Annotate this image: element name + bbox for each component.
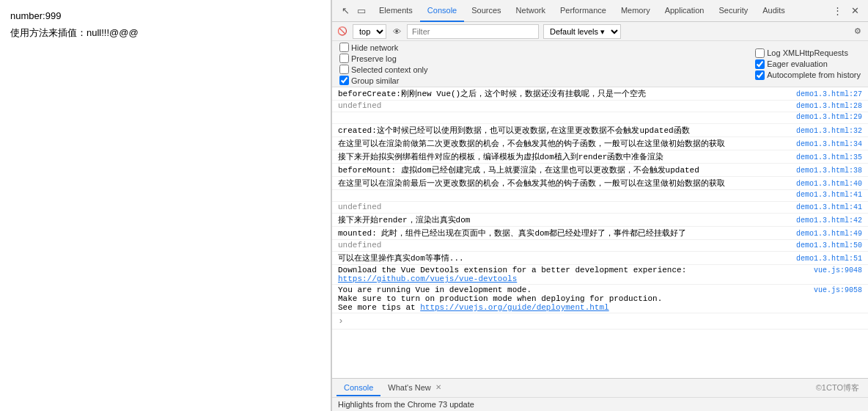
settings-icon[interactable] [852, 26, 864, 37]
page-content: number:999 使用方法来插值：null!!!@@@ [10, 7, 320, 42]
tab-console[interactable]: Console [420, 0, 464, 22]
link-4[interactable]: demo1.3.html:32 [796, 127, 868, 135]
link-8[interactable]: demo1.3.html:40 [796, 180, 868, 188]
inspect-icon[interactable]: ↖ [338, 4, 353, 18]
bottom-tab-console[interactable]: Console [336, 380, 380, 396]
bottom-tab-whatsnew[interactable]: What's New ✕ [380, 380, 448, 396]
group-similar-option[interactable]: Group similar [339, 76, 428, 85]
devtools-icons-left: ↖ ▭ [335, 4, 372, 18]
tab-sources[interactable]: Sources [464, 0, 508, 22]
console-line-undef1: undefined demo1.3.html:28 [332, 101, 868, 112]
group-similar-checkbox[interactable] [339, 76, 349, 85]
autocomplete-checkbox[interactable] [755, 70, 765, 80]
link-15[interactable]: vue.js:9048 [814, 266, 868, 274]
devtools-panel: ↖ ▭ Elements Console Sources Network Per… [331, 0, 868, 411]
console-line-devtools-dl: Download the Vue Devtools extension for … [332, 265, 868, 285]
filter-input[interactable] [407, 24, 539, 39]
context-select[interactable]: top [353, 24, 386, 39]
console-line-mounted: mounted: 此时，组件已经出现在页面中，数据、真实dom都已经处理好了，事… [332, 227, 868, 240]
link-16[interactable]: vue.js:9058 [814, 286, 868, 294]
console-line-beforemount: 接下来开始拟实例绑着组件对应的模板，编译模板为虚拟dom植入到render函数中… [332, 150, 868, 164]
console-line-undef3: undefined demo1.3.html:50 [332, 240, 868, 252]
link-13[interactable]: demo1.3.html:50 [796, 241, 868, 250]
link-14[interactable]: demo1.3.html:51 [796, 255, 868, 263]
console-line-dom-ops: 可以在这里操作真实dom等事情... demo1.3.html:51 [332, 252, 868, 265]
console-toolbar-left: 🚫 top 👁 Default levels ▾ [336, 24, 621, 39]
preserve-log-checkbox[interactable] [339, 54, 349, 63]
more-options-icon[interactable]: ⋮ [830, 4, 845, 18]
eye-icon[interactable]: 👁 [391, 26, 402, 37]
clear-console-icon[interactable]: 🚫 [336, 26, 348, 37]
log-xmlhttp-checkbox[interactable] [755, 48, 765, 58]
tab-elements[interactable]: Elements [372, 0, 420, 22]
tab-network[interactable]: Network [509, 0, 553, 22]
console-line-created2: 在这里可以在渲染前做第二次更改数据的机会，不会触发其他的钩子函数，一般可以在这里… [332, 137, 868, 150]
options-right: Log XMLHttpRequests Eager evaluation Aut… [755, 48, 861, 80]
bottom-bar: Highlights from the Chrome 73 update [332, 397, 868, 411]
tab-audits[interactable]: Audits [755, 0, 792, 22]
close-devtools-icon[interactable]: ✕ [847, 4, 862, 18]
page-line1: number:999 [10, 7, 320, 24]
close-whatsnew-tab[interactable]: ✕ [435, 383, 441, 391]
deployment-link[interactable]: https://vuejs.org/guide/deployment.html [420, 303, 608, 312]
console-line-created: created:这个时候已经可以使用到数据，也可以更改数据,在这里更改数据不会触… [332, 124, 868, 137]
console-toolbar: 🚫 top 👁 Default levels ▾ [332, 22, 868, 41]
hide-network-option[interactable]: Hide network [339, 43, 428, 52]
tab-performance[interactable]: Performance [553, 0, 614, 22]
selected-context-checkbox[interactable] [339, 65, 349, 74]
console-line-beforemount3: 在这里可以在渲染前最后一次更改数据的机会，不会触发其他的钩子函数，一般可以在这里… [332, 177, 868, 190]
tab-memory[interactable]: Memory [614, 0, 658, 22]
selected-context-option[interactable]: Selected context only [339, 65, 428, 74]
link-11[interactable]: demo1.3.html:42 [796, 217, 868, 225]
console-line-dev-mode: You are running Vue in development mode.… [332, 285, 868, 313]
devtools-tabbar: ↖ ▭ Elements Console Sources Network Per… [332, 0, 868, 22]
devtools-link[interactable]: https://github.com/vuejs/vue-devtools [338, 274, 517, 283]
console-line-empty2: demo1.3.html:41 [332, 190, 868, 202]
link-1[interactable]: demo1.3.html:27 [796, 90, 868, 98]
tab-application[interactable]: Application [658, 0, 712, 22]
link-2[interactable]: demo1.3.html:28 [796, 102, 868, 110]
console-prompt-icon: › [332, 314, 350, 328]
link-9[interactable]: demo1.3.html:41 [796, 191, 868, 199]
autocomplete-option[interactable]: Autocomplete from history [755, 70, 861, 80]
preserve-log-option[interactable]: Preserve log [339, 54, 428, 63]
link-6[interactable]: demo1.3.html:35 [796, 153, 868, 161]
link-7[interactable]: demo1.3.html:38 [796, 167, 868, 175]
link-5[interactable]: demo1.3.html:34 [796, 140, 868, 148]
link-12[interactable]: demo1.3.html:49 [796, 230, 868, 238]
link-3[interactable]: demo1.3.html:29 [796, 113, 868, 121]
console-line-undef2: undefined demo1.3.html:41 [332, 202, 868, 214]
tab-security[interactable]: Security [711, 0, 755, 22]
hide-network-checkbox[interactable] [339, 43, 349, 52]
console-line-empty1: demo1.3.html:29 [332, 112, 868, 124]
console-toolbar-right [852, 26, 864, 37]
eager-eval-option[interactable]: Eager evaluation [755, 59, 861, 69]
browser-page: number:999 使用方法来插值：null!!!@@@ [0, 0, 331, 411]
bottom-tabs: Console What's New ✕ ©1CTO博客 [332, 378, 868, 397]
console-output: beforeCreate:刚刚new Vue()之后，这个时候，数据还没有挂载呢… [332, 87, 868, 378]
options-row: Hide network Preserve log Selected conte… [332, 41, 868, 87]
page-line2: 使用方法来插值：null!!!@@@ [10, 24, 320, 41]
link-10[interactable]: demo1.3.html:41 [796, 203, 868, 211]
log-xmlhttp-option[interactable]: Log XMLHttpRequests [755, 48, 861, 58]
devtools-icons-right: ⋮ ✕ [830, 4, 865, 18]
options-left: Hide network Preserve log Selected conte… [339, 43, 428, 85]
console-prompt-line[interactable]: › [332, 313, 868, 330]
eager-eval-checkbox[interactable] [755, 59, 765, 69]
devtools-tabs: Elements Console Sources Network Perform… [372, 0, 830, 22]
default-levels-select[interactable]: Default levels ▾ [543, 24, 621, 39]
console-line-beforecreate: beforeCreate:刚刚new Vue()之后，这个时候，数据还没有挂载呢… [332, 87, 868, 101]
device-icon[interactable]: ▭ [354, 4, 369, 18]
console-line-beforemount2: beforeMount: 虚拟dom已经创建完成，马上就要渲染，在这里也可以更改… [332, 164, 868, 177]
watermark: ©1CTO博客 [816, 382, 864, 393]
console-line-render: 接下来开始render，渲染出真实dom demo1.3.html:42 [332, 214, 868, 227]
